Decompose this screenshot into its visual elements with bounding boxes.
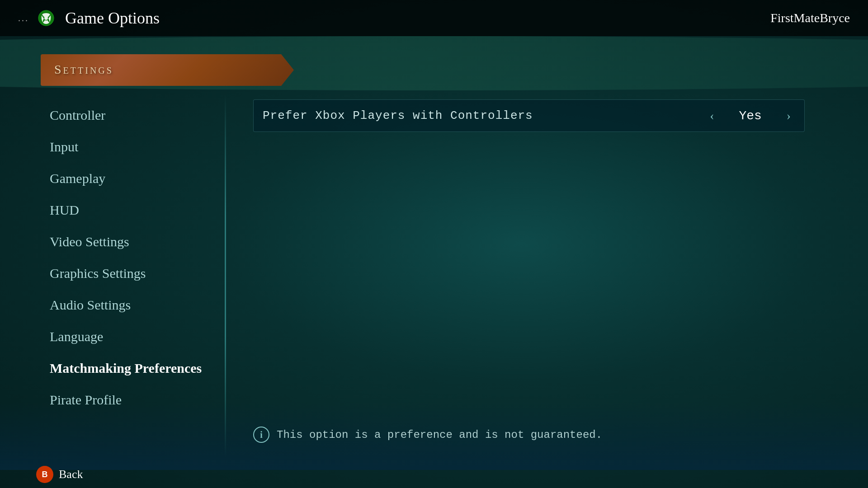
sidebar-item-audio-settings[interactable]: Audio Settings xyxy=(36,289,226,321)
info-text: This option is a preference and is not g… xyxy=(277,429,602,441)
info-notice: i This option is a preference and is not… xyxy=(253,418,805,452)
info-icon: i xyxy=(253,427,269,443)
setting-left-arrow[interactable]: ‹ xyxy=(705,108,718,123)
sidebar-item-graphics-settings[interactable]: Graphics Settings xyxy=(36,258,226,289)
setting-label-prefer-xbox-players: Prefer Xbox Players with Controllers xyxy=(263,109,705,122)
main-container: Settings Controller Input Gameplay HUD V… xyxy=(36,36,832,461)
sidebar-item-pirate-profile[interactable]: Pirate Profile xyxy=(36,384,226,416)
svg-point-1 xyxy=(44,16,48,20)
setting-right-arrow[interactable]: › xyxy=(782,108,795,123)
sidebar-divider xyxy=(225,95,226,456)
main-panel: Prefer Xbox Players with Controllers ‹ Y… xyxy=(226,90,832,461)
setting-value-prefer-xbox-players: Yes xyxy=(732,109,769,123)
content-row: Controller Input Gameplay HUD Video Sett… xyxy=(36,90,832,461)
sidebar-item-language[interactable]: Language xyxy=(36,321,226,352)
setting-control-prefer-xbox-players: ‹ Yes › xyxy=(705,108,795,123)
menu-dots[interactable]: ... xyxy=(18,13,29,23)
setting-row-prefer-xbox-players: Prefer Xbox Players with Controllers ‹ Y… xyxy=(253,99,805,132)
sidebar-item-input[interactable]: Input xyxy=(36,131,226,163)
top-bar: ... Game Options FirstMateBryce xyxy=(0,0,868,36)
sidebar-item-matchmaking-preferences[interactable]: Matchmaking Preferences xyxy=(36,352,226,384)
sidebar: Controller Input Gameplay HUD Video Sett… xyxy=(36,90,226,461)
settings-banner-title: Settings xyxy=(41,54,294,85)
sidebar-item-video-settings[interactable]: Video Settings xyxy=(36,226,226,258)
b-button-icon: B xyxy=(36,466,53,483)
xbox-icon xyxy=(38,10,54,26)
username: FirstMateBryce xyxy=(770,11,850,25)
bottom-bar: B Back xyxy=(36,461,868,488)
sidebar-item-hud[interactable]: HUD xyxy=(36,194,226,226)
page-title: Game Options xyxy=(65,9,770,28)
settings-banner: Settings xyxy=(41,54,294,86)
back-label: Back xyxy=(59,468,83,481)
sidebar-item-gameplay[interactable]: Gameplay xyxy=(36,163,226,194)
back-button[interactable]: B Back xyxy=(36,466,83,483)
sidebar-item-controller[interactable]: Controller xyxy=(36,99,226,131)
